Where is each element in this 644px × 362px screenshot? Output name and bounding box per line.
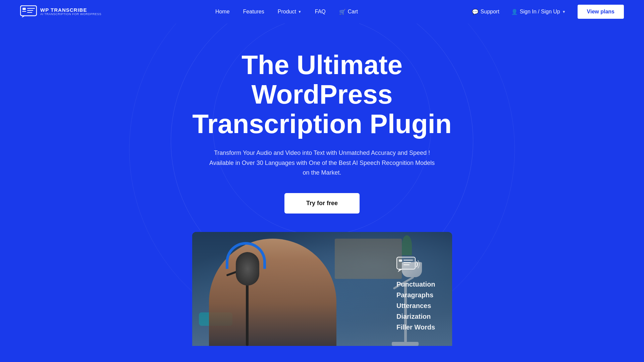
nav-home[interactable]: Home	[215, 9, 230, 14]
nav-features[interactable]: Features	[243, 9, 264, 14]
hero-title-line2: Transcription Plugin	[192, 109, 451, 139]
feature-item: Punctuation	[396, 279, 435, 290]
brand-tagline: AI TRANSCRIPTION FOR WORDPRESS	[40, 13, 101, 16]
logo-text: WP TRANSCRIBE AI TRANSCRIPTION FOR WORDP…	[40, 7, 101, 16]
feature-logo-icon	[396, 257, 420, 274]
hero-subtitle: Transform Your Audio and Video into Text…	[208, 148, 436, 178]
support-icon: 💬	[472, 9, 479, 15]
mic-head	[236, 252, 259, 286]
hero-title-line1: The Ultimate WordPress	[241, 50, 402, 109]
cart-icon: 🛒	[339, 9, 346, 15]
nav-right: 💬 Support 👤 Sign In / Sign Up ▼ View pla…	[472, 5, 624, 19]
nav-support-label: Support	[481, 9, 499, 15]
navbar: WP TRANSCRIBE AI TRANSCRIPTION FOR WORDP…	[0, 0, 644, 23]
try-for-free-button[interactable]: Try for free	[284, 193, 360, 214]
feature-list: Punctuation Paragraphs Utterances Diariz…	[396, 279, 435, 333]
signin-chevron-icon: ▼	[562, 10, 566, 14]
nav-links: Home Features Product ▼ FAQ 🛒 Cart	[215, 9, 358, 15]
nav-signin-label: Sign In / Sign Up	[520, 9, 560, 15]
nav-support[interactable]: 💬 Support	[472, 9, 499, 15]
nav-signin[interactable]: 👤 Sign In / Sign Up ▼	[511, 9, 566, 15]
svg-rect-1	[22, 8, 26, 10]
nav-faq[interactable]: FAQ	[315, 9, 326, 14]
user-icon: 👤	[511, 9, 518, 15]
svg-rect-8	[399, 259, 402, 262]
logo-icon	[20, 5, 37, 18]
hero-image: Punctuation Paragraphs Utterances Diariz…	[192, 232, 452, 346]
nav-product-label: Product	[278, 9, 296, 15]
view-plans-button[interactable]: View plans	[578, 5, 624, 19]
nav-product[interactable]: Product ▼	[278, 9, 302, 15]
feature-item: Paragraphs	[396, 290, 435, 300]
chevron-down-icon: ▼	[298, 10, 302, 14]
logo[interactable]: WP TRANSCRIBE AI TRANSCRIPTION FOR WORDP…	[20, 5, 101, 18]
feature-item: Filler Words	[396, 322, 435, 333]
nav-cart[interactable]: 🛒 Cart	[339, 9, 358, 15]
svg-rect-7	[397, 257, 415, 269]
feature-item: Diarization	[396, 311, 435, 322]
podcast-scene: Punctuation Paragraphs Utterances Diariz…	[192, 232, 452, 346]
nav-cart-label: Cart	[348, 9, 358, 15]
feature-overlay: Punctuation Paragraphs Utterances Diariz…	[396, 257, 435, 333]
feature-item: Utterances	[396, 300, 435, 311]
hero-section: The Ultimate WordPress Transcription Plu…	[0, 23, 644, 346]
hero-title: The Ultimate WordPress Transcription Plu…	[171, 50, 473, 139]
brand-name: WP TRANSCRIBE	[40, 7, 101, 13]
hero-image-container: Punctuation Paragraphs Utterances Diariz…	[20, 232, 624, 346]
